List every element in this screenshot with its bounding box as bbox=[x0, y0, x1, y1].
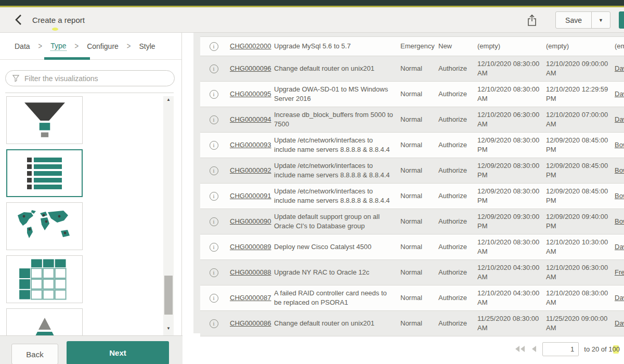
priority-cell: Normal bbox=[400, 189, 438, 203]
first-page-button[interactable] bbox=[514, 345, 526, 353]
planned-start-cell: (empty) bbox=[477, 40, 546, 53]
change-number-link[interactable]: CHG0000092 bbox=[227, 164, 274, 177]
change-number-link[interactable]: CHG0000096 bbox=[227, 62, 274, 75]
wizard-breadcrumb: Data > Type > Configure > Style bbox=[0, 33, 181, 60]
priority-cell: Normal bbox=[400, 62, 438, 75]
table-row: i CHG0002000 Upgrade MySql 5.6 to 5.7 Em… bbox=[200, 37, 624, 56]
assigned-to-cell[interactable]: Fre bbox=[615, 266, 624, 279]
viz-option-funnel[interactable] bbox=[6, 96, 83, 144]
info-icon[interactable]: i bbox=[210, 64, 218, 73]
info-icon[interactable]: i bbox=[210, 192, 218, 201]
filter-funnel-icon bbox=[12, 74, 20, 82]
step-configure[interactable]: Configure bbox=[87, 42, 119, 50]
funnel-chart-icon bbox=[16, 99, 73, 141]
scroll-down-icon[interactable]: ▼ bbox=[163, 326, 174, 334]
info-icon[interactable]: i bbox=[210, 319, 218, 328]
previous-page-button[interactable] bbox=[531, 345, 537, 353]
change-number-link[interactable]: CHG0000093 bbox=[227, 138, 274, 152]
change-number-link[interactable]: CHG0002000 bbox=[227, 40, 274, 53]
planned-end-cell: 12/10/2020 10:30:00 AM bbox=[546, 236, 615, 258]
change-request-table: i CHG0002000 Upgrade MySql 5.6 to 5.7 Em… bbox=[193, 33, 624, 336]
heatmap-table-icon bbox=[18, 258, 72, 301]
assigned-to-cell[interactable]: Bow bbox=[615, 138, 624, 152]
primary-action-button-cutoff[interactable] bbox=[619, 11, 624, 29]
assigned-to-cell[interactable]: Dav bbox=[615, 291, 624, 305]
assigned-to-cell[interactable]: Dav bbox=[615, 240, 624, 254]
assigned-to-cell[interactable]: Dav bbox=[615, 62, 624, 75]
change-number-link[interactable]: CHG0000088 bbox=[227, 266, 274, 279]
filter-input[interactable] bbox=[24, 74, 168, 83]
step-style[interactable]: Style bbox=[139, 42, 155, 50]
next-step-button[interactable]: Next bbox=[67, 341, 169, 364]
scrollbar-thumb[interactable] bbox=[164, 276, 173, 315]
save-dropdown-button[interactable]: ▼ bbox=[591, 12, 610, 28]
info-icon[interactable]: i bbox=[210, 115, 218, 124]
page-number-input[interactable] bbox=[542, 342, 579, 356]
table-row: i CHG0000096 Change default router on un… bbox=[200, 56, 624, 82]
table-row: i CHG0000095 Upgrade OWA-SD-01 to MS Win… bbox=[200, 82, 624, 107]
info-icon[interactable]: i bbox=[210, 268, 218, 277]
planned-end-cell: 12/10/2020 12:29:59 PM bbox=[546, 83, 615, 106]
change-number-link[interactable]: CHG0000086 bbox=[227, 317, 274, 330]
info-icon[interactable]: i bbox=[210, 243, 218, 252]
assigned-to-cell[interactable]: Bow bbox=[615, 164, 624, 177]
caret-down-icon: ▼ bbox=[599, 18, 603, 23]
priority-cell: Emergency bbox=[400, 40, 438, 53]
viz-option-list[interactable] bbox=[6, 149, 83, 197]
state-cell: Authorize bbox=[438, 291, 477, 305]
assigned-to-cell[interactable]: Dav bbox=[615, 317, 624, 330]
planned-start-cell: 12/10/2020 08:30:00 AM bbox=[477, 236, 546, 258]
visualization-list bbox=[6, 96, 84, 335]
short-description-cell: Change default router on unix201 bbox=[274, 317, 400, 330]
state-cell: Authorize bbox=[438, 87, 477, 101]
info-icon[interactable]: i bbox=[210, 166, 218, 175]
info-icon[interactable]: i bbox=[210, 42, 218, 51]
planned-end-cell: 12/10/2020 08:30:00 AM bbox=[546, 287, 615, 309]
back-button[interactable] bbox=[11, 12, 26, 27]
assigned-to-cell[interactable]: Dav bbox=[615, 87, 624, 101]
step-type[interactable]: Type bbox=[50, 42, 66, 51]
info-icon[interactable]: i bbox=[210, 217, 218, 226]
highlight-artifact bbox=[52, 28, 58, 31]
short-description-cell: Increase db_block_buffers from 5000 to 7… bbox=[274, 108, 400, 131]
priority-cell: Normal bbox=[400, 317, 438, 330]
viz-option-map[interactable] bbox=[6, 202, 83, 250]
planned-end-cell: 12/09/2020 09:40:00 PM bbox=[546, 210, 615, 233]
info-icon[interactable]: i bbox=[210, 294, 218, 303]
change-number-link[interactable]: CHG0000095 bbox=[227, 87, 274, 101]
info-icon[interactable]: i bbox=[210, 90, 218, 99]
list-chart-icon bbox=[19, 156, 71, 190]
share-icon bbox=[527, 14, 537, 27]
step-data[interactable]: Data bbox=[15, 42, 30, 50]
change-number-link[interactable]: CHG0000090 bbox=[227, 215, 274, 228]
short-description-cell: A failed RAID controller card needs to b… bbox=[274, 287, 400, 309]
planned-start-cell: 12/10/2020 04:30:00 AM bbox=[477, 261, 546, 284]
change-number-link[interactable]: CHG0000091 bbox=[227, 189, 274, 203]
scroll-up-icon[interactable]: ▲ bbox=[163, 97, 174, 106]
priority-cell: Normal bbox=[400, 291, 438, 305]
panel-scrollbar[interactable]: ▲ ▼ bbox=[163, 96, 174, 335]
assigned-to-cell[interactable]: Dav bbox=[615, 113, 624, 126]
change-number-link[interactable]: CHG0000094 bbox=[227, 113, 274, 126]
share-button[interactable] bbox=[524, 12, 540, 28]
info-icon[interactable]: i bbox=[210, 141, 218, 150]
planned-end-cell: 12/09/2020 08:45:00 PM bbox=[546, 185, 615, 207]
table-row: i CHG0000087 A failed RAID controller ca… bbox=[200, 285, 624, 311]
table-row: i CHG0000092 Update /etc/network/interfa… bbox=[200, 158, 624, 184]
visualization-filter bbox=[5, 70, 175, 86]
report-config-panel: Data > Type > Configure > Style bbox=[0, 33, 182, 335]
viz-option-heatmap-table[interactable] bbox=[6, 255, 83, 303]
assigned-to-cell[interactable]: Bow bbox=[615, 189, 624, 203]
row-range-label: to 20 of 100 bbox=[584, 345, 620, 353]
change-number-link[interactable]: CHG0000089 bbox=[227, 240, 274, 254]
viz-option-pyramid[interactable] bbox=[6, 308, 83, 335]
change-number-link[interactable]: CHG0000087 bbox=[227, 291, 274, 305]
assigned-to-cell[interactable]: Bow bbox=[615, 215, 624, 228]
page-title: Create a report bbox=[32, 16, 85, 24]
chevron-separator-icon: > bbox=[38, 41, 43, 51]
save-button[interactable]: Save bbox=[556, 12, 591, 28]
table-body: i CHG0002000 Upgrade MySql 5.6 to 5.7 Em… bbox=[200, 37, 624, 336]
assigned-to-cell[interactable]: (empty) bbox=[615, 40, 624, 53]
back-step-button[interactable]: Back bbox=[11, 344, 58, 364]
planned-start-cell: 12/10/2020 06:30:00 AM bbox=[477, 108, 546, 131]
